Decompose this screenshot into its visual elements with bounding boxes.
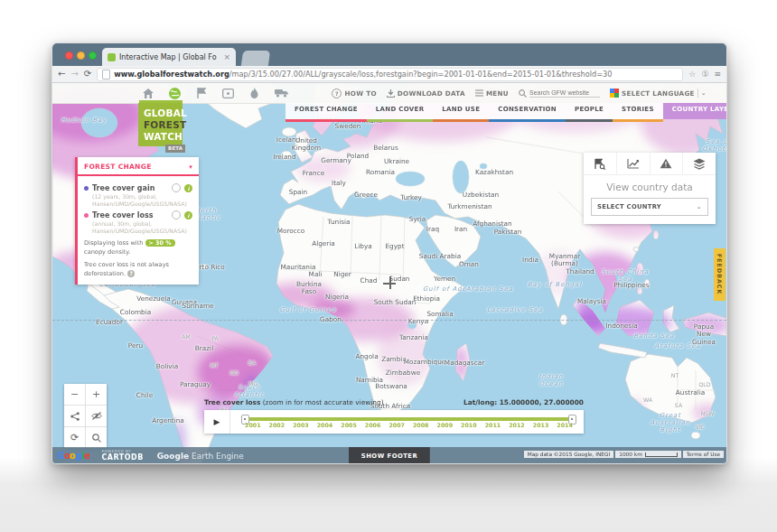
remove-layer-icon[interactable]	[172, 183, 181, 192]
search-icon	[92, 434, 101, 443]
tab-forest-change[interactable]: FOREST CHANGE	[286, 103, 367, 122]
year-tick[interactable]: 2012	[509, 422, 525, 428]
year-tick[interactable]: 2008	[413, 422, 429, 428]
canopy-density-note: Displaying loss with > 30 % canopy densi…	[84, 239, 192, 257]
home-icon[interactable]	[143, 89, 154, 98]
gfw-nav-tabs: FOREST CHANGELAND COVERLAND USECONSERVAT…	[286, 103, 726, 119]
legend-item-tree-cover-gain[interactable]: Tree cover gain i	[84, 183, 192, 192]
browser-tab[interactable]: Interactive Map | Global Fo ×	[102, 48, 236, 66]
back-icon[interactable]: ←	[58, 70, 65, 79]
tab-alerts[interactable]	[651, 153, 684, 174]
timeline-years: 2001200220032004200520062007200820092010…	[245, 422, 573, 428]
close-window-button[interactable]	[65, 51, 73, 60]
tab-land-cover[interactable]: LAND COVER	[367, 103, 433, 122]
map-controls: − + ⟳	[64, 384, 107, 448]
map-footer: Google POWERED BY CARTODB Google Earth E…	[52, 447, 726, 464]
year-tick[interactable]: 2006	[365, 422, 381, 428]
fires-flame-icon[interactable]	[249, 88, 259, 98]
legend-title: FOREST CHANGE	[84, 163, 152, 171]
year-tick[interactable]: 2011	[485, 422, 501, 428]
year-tick[interactable]: 2010	[461, 422, 477, 428]
year-tick[interactable]: 2009	[437, 422, 454, 428]
map-search-button[interactable]	[86, 427, 107, 448]
play-button[interactable]: ▶	[204, 410, 230, 434]
select-language-button[interactable]: SELECT LANGUAGE ⌄	[610, 89, 707, 98]
map-attribution: Map data ©2015 Google, INEGI	[524, 451, 613, 458]
year-tick[interactable]: 2003	[293, 422, 309, 428]
how-to-button[interactable]: ? HOW TO	[332, 89, 376, 98]
commodities-truck-icon[interactable]	[275, 89, 288, 98]
year-tick[interactable]: 2002	[269, 422, 286, 428]
canopy-threshold-badge[interactable]: > 30 %	[145, 239, 175, 247]
tab-analysis[interactable]	[617, 153, 651, 174]
timeline-slider: ▶ 20012002200320042005200620072008200920…	[204, 410, 584, 434]
bookmark-star-icon[interactable]: ☆	[688, 70, 696, 79]
extension-icon[interactable]: ①	[701, 70, 708, 79]
legend-item-subtext: (12 years, 30m, global, Hansen/UMD/Googl…	[92, 193, 192, 208]
feedback-tab[interactable]: FEEDBACK	[714, 248, 726, 301]
flag-search-icon	[594, 158, 605, 170]
question-icon[interactable]: ?	[127, 270, 135, 277]
year-tick[interactable]: 2007	[388, 422, 405, 428]
deforestation-disclaimer: Tree cover loss is not always deforestat…	[84, 261, 192, 278]
zoom-in-button[interactable]: +	[86, 384, 107, 405]
url-text: www.globalforestwatch.org/map/3/15.00/27…	[114, 70, 612, 79]
year-tick[interactable]: 2014	[557, 422, 573, 428]
info-icon[interactable]: i	[184, 184, 192, 192]
chrome-menu-icon[interactable]: ≡	[714, 70, 721, 79]
show-footer-button[interactable]: SHOW FOOTER	[349, 447, 430, 464]
tab-land-use[interactable]: LAND USE	[433, 103, 489, 122]
country-data-panel: View country data SELECT COUNTRY ⌄	[584, 153, 716, 224]
map-scale: 1000 km	[615, 451, 681, 458]
hamburger-icon	[475, 89, 483, 97]
timeline-layer-label: Tree cover loss (zoom in for most accura…	[204, 398, 384, 406]
minimize-window-button[interactable]	[77, 51, 85, 60]
address-field[interactable]: www.globalforestwatch.org/map/3/15.00/27…	[97, 68, 683, 81]
warning-triangle-icon	[660, 158, 672, 169]
zoom-window-button[interactable]	[89, 51, 97, 60]
year-tick[interactable]: 2005	[341, 422, 357, 428]
browser-tab-bar: Interactive Map | Global Fo ×	[52, 43, 726, 66]
gain-dot-icon	[84, 186, 89, 191]
year-tick[interactable]: 2004	[317, 422, 333, 428]
terms-of-use-link[interactable]: Terms of Use	[683, 451, 724, 458]
google-logo: Google	[57, 451, 89, 461]
map-globe-icon[interactable]	[169, 88, 181, 99]
download-data-button[interactable]: DOWNLOAD DATA	[387, 89, 465, 98]
forward-icon[interactable]: →	[70, 70, 78, 79]
search-input[interactable]	[529, 89, 600, 98]
year-tick[interactable]: 2013	[533, 422, 549, 428]
legend-collapse-icon[interactable]: ▾	[189, 163, 192, 171]
divider	[697, 89, 698, 98]
search-icon[interactable]	[519, 89, 527, 98]
timeline-track[interactable]	[245, 417, 573, 421]
site-search	[519, 89, 600, 98]
select-country-dropdown[interactable]: SELECT COUNTRY ⌄	[591, 198, 708, 216]
help-circle-icon: ?	[332, 89, 342, 98]
background-tab[interactable]	[241, 51, 270, 66]
scale-bar-icon	[645, 453, 678, 457]
tab-country-layers[interactable]: COUNTRY LAYERS	[663, 103, 726, 119]
refresh-button[interactable]: ⟳	[64, 427, 85, 448]
forest-change-legend: FOREST CHANGE ▾ Tree cover gain i (12 ye…	[75, 157, 199, 285]
url-domain: www.globalforestwatch.org	[114, 70, 229, 79]
remove-layer-icon[interactable]	[172, 210, 181, 219]
info-icon[interactable]: i	[184, 211, 192, 219]
tab-stories[interactable]: STORIES	[613, 103, 663, 122]
tab-people[interactable]: PEOPLE	[566, 103, 613, 122]
year-tick[interactable]: 2001	[245, 422, 261, 428]
gfw-logo[interactable]: GLOBAL FOREST WATCH BETA	[138, 103, 183, 146]
tab-country-report[interactable]	[584, 153, 617, 174]
media-screen-icon[interactable]	[222, 89, 234, 98]
layers-icon	[693, 158, 706, 170]
tab-layers[interactable]	[683, 153, 716, 174]
menu-button[interactable]: MENU	[475, 89, 509, 98]
hide-panels-button[interactable]	[86, 406, 107, 426]
reload-icon[interactable]: ⟳	[84, 70, 91, 79]
tab-close-icon[interactable]: ×	[223, 52, 230, 61]
tab-conservation[interactable]: CONSERVATION	[489, 103, 566, 122]
countries-flag-icon[interactable]	[196, 88, 207, 98]
zoom-out-button[interactable]: −	[64, 384, 85, 405]
legend-item-tree-cover-loss[interactable]: Tree cover loss i	[84, 210, 192, 219]
share-button[interactable]	[64, 406, 85, 426]
